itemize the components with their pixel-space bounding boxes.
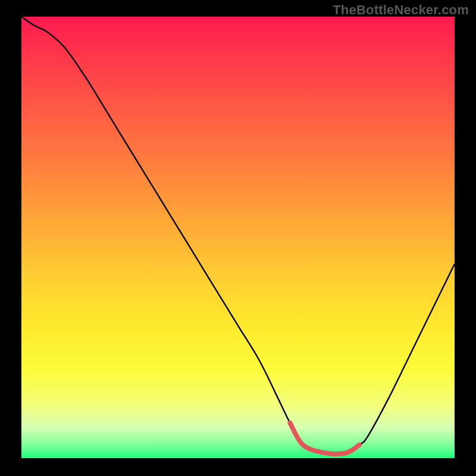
plot-area (21, 17, 455, 458)
chart-frame: TheBottleNecker.com (0, 0, 476, 476)
curve-layer (21, 17, 455, 458)
bottleneck-curve (21, 17, 455, 454)
optimal-range-marker (290, 423, 359, 454)
watermark-text: TheBottleNecker.com (333, 2, 469, 18)
